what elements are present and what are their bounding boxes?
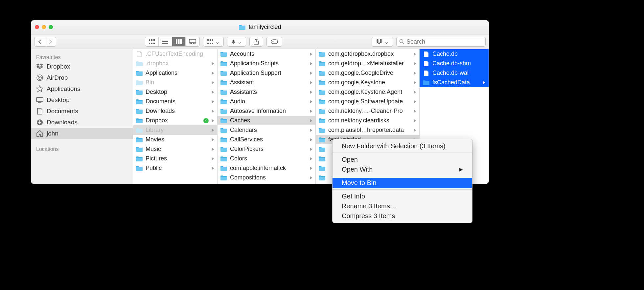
view-columns-button[interactable]	[172, 37, 186, 46]
selected-item[interactable]: Cache.db-shm	[420, 59, 489, 68]
chevron-right-icon	[310, 81, 313, 84]
menu-item[interactable]: Rename 3 Items…	[333, 201, 472, 211]
fullscreen-button[interactable]	[49, 25, 53, 29]
sidebar-item-airdrop[interactable]: AirDrop	[31, 72, 133, 83]
svg-rect-9	[176, 39, 177, 44]
folder-row[interactable]: Containers	[218, 182, 315, 184]
item-label: ColorPickers	[230, 146, 307, 153]
folder-row[interactable]: Accounts	[218, 49, 315, 59]
view-gallery-button[interactable]	[186, 37, 199, 46]
folder-icon	[220, 127, 227, 133]
folder-row[interactable]: Desktop	[133, 87, 217, 97]
active-folder-row[interactable]: Caches	[218, 116, 315, 125]
folder-row[interactable]: Applications	[133, 68, 217, 78]
active-folder-row[interactable]: Library	[133, 125, 217, 135]
view-icons-button[interactable]	[145, 37, 159, 46]
folder-row[interactable]: com.apple.internal.ck	[218, 163, 315, 173]
folder-row[interactable]: Movies	[133, 135, 217, 144]
folder-row[interactable]: CallServices	[218, 135, 315, 144]
chevron-right-icon	[211, 72, 215, 75]
item-label: .dropbox	[146, 60, 209, 67]
folder-row[interactable]: com.google.GoogleDrive	[316, 68, 419, 78]
folder-row[interactable]: Compositions	[218, 173, 315, 182]
column-2[interactable]: AccountsApplication ScriptsApplication S…	[218, 49, 316, 184]
folder-row[interactable]: Colors	[218, 154, 315, 163]
minimize-button[interactable]	[42, 25, 46, 29]
folder-row[interactable]: Documents	[133, 97, 217, 106]
folder-row[interactable]: Application Scripts	[218, 59, 315, 68]
sidebar-item-john[interactable]: john	[31, 128, 133, 139]
sidebar-item-applications[interactable]: Applications	[31, 83, 133, 94]
file-icon	[136, 51, 143, 57]
airdrop-icon	[36, 74, 43, 81]
menu-item[interactable]: New Folder with Selection (3 Items)	[333, 141, 472, 151]
folder-row[interactable]: Audio	[218, 97, 315, 106]
folder-row[interactable]: Pictures	[133, 154, 217, 163]
folder-icon	[220, 108, 227, 114]
close-button[interactable]	[35, 25, 39, 29]
selected-item[interactable]: Cache.db-wal	[420, 68, 489, 78]
selected-item[interactable]: fsCachedData	[420, 78, 489, 87]
folder-row[interactable]: com.google.Keystone	[316, 78, 419, 87]
chevron-down-icon: ⌄	[215, 39, 219, 45]
selected-item[interactable]: Cache.db	[420, 49, 489, 59]
folder-row[interactable]: com.getdropbox.dropbox	[316, 49, 419, 59]
folder-row[interactable]: Public	[133, 163, 217, 173]
forward-button[interactable]	[45, 37, 56, 46]
menu-item[interactable]: Get Info	[333, 191, 472, 201]
sidebar-item-documents[interactable]: Documents	[31, 106, 133, 117]
dropbox-button[interactable]: ⌄	[372, 37, 393, 47]
folder-row[interactable]: com.getdrop…xMetaInstaller	[316, 59, 419, 68]
item-label: Accounts	[230, 51, 307, 57]
folder-row[interactable]: com.google.SoftwareUpdate	[316, 97, 419, 106]
folder-row[interactable]: .CFUserTextEncoding	[133, 49, 217, 59]
item-label: com.apple.internal.ck	[230, 165, 307, 172]
folder-icon	[318, 89, 326, 95]
folder-icon	[136, 70, 143, 76]
folder-row[interactable]: com.nektony.cleardisks	[316, 116, 419, 125]
menu-item[interactable]: Compress 3 Items	[333, 211, 472, 221]
item-label: com.nektony.…-Cleaner-Pro	[328, 108, 411, 114]
column-1[interactable]: .CFUserTextEncoding.dropboxApplicationsB…	[133, 49, 218, 184]
menu-item[interactable]: Move to Bin	[333, 178, 472, 188]
folder-row[interactable]: Bin	[133, 78, 217, 87]
folder-row[interactable]: Application Support	[218, 68, 315, 78]
menu-item[interactable]: Open	[333, 155, 472, 164]
folder-row[interactable]: ColorPickers	[218, 144, 315, 154]
search-input[interactable]	[406, 38, 483, 45]
share-button[interactable]	[249, 37, 263, 47]
action-button[interactable]: ✻ ⌄	[227, 37, 246, 47]
folder-row[interactable]: Music	[133, 144, 217, 154]
folder-icon	[220, 137, 227, 143]
menu-item-label: Get Info	[342, 193, 365, 200]
back-button[interactable]	[34, 37, 45, 46]
menu-separator	[333, 189, 472, 190]
apps-icon	[36, 85, 43, 93]
folder-icon	[318, 175, 326, 181]
folder-row[interactable]: com.nektony.…-Cleaner-Pro	[316, 106, 419, 116]
sidebar-item-dropbox[interactable]: Dropbox	[31, 61, 133, 72]
item-label: .CFUserTextEncoding	[146, 51, 209, 57]
folder-row[interactable]: Dropbox	[133, 116, 217, 125]
folder-icon	[318, 80, 326, 86]
folder-row[interactable]: Downloads	[133, 106, 217, 116]
menu-item-label: Open	[342, 156, 358, 163]
folder-row[interactable]: Autosave Information	[218, 106, 315, 116]
folder-row[interactable]: Calendars	[218, 125, 315, 135]
svg-rect-16	[195, 43, 196, 44]
folder-icon	[220, 70, 227, 76]
folder-row[interactable]: com.google.Keystone.Agent	[316, 87, 419, 97]
folder-row[interactable]: Assistants	[218, 87, 315, 97]
group-button[interactable]: ⌄	[203, 37, 224, 47]
chevron-right-icon	[310, 72, 313, 75]
menu-item[interactable]: Open With▶	[333, 164, 472, 174]
view-list-button[interactable]	[159, 37, 172, 46]
folder-row[interactable]: com.plausibl…hreporter.data	[316, 125, 419, 135]
folder-row[interactable]: Assistant	[218, 78, 315, 87]
tags-button[interactable]	[266, 37, 282, 47]
sidebar-item-downloads[interactable]: Downloads	[31, 117, 133, 128]
search-field[interactable]	[396, 37, 486, 47]
folder-icon	[220, 146, 227, 152]
folder-row[interactable]: .dropbox	[133, 59, 217, 68]
sidebar-item-desktop[interactable]: Desktop	[31, 94, 133, 106]
